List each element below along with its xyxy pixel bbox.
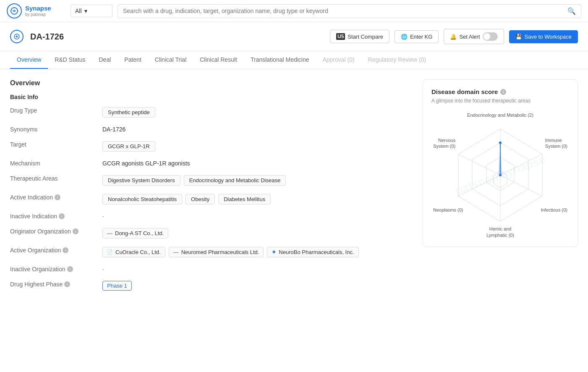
active-org-tag-2[interactable]: — Neuromed Pharmaceuticals Ltd. [169, 247, 264, 257]
overview-section-title: Overview [10, 79, 413, 87]
label-hemic: Hemic andLymphatic (0) [486, 226, 514, 238]
label-immune: ImmuneSystem (0) [545, 137, 567, 149]
originator-org-row: Originator Organization i — Dong-A ST Co… [10, 228, 413, 238]
drug-highest-phase-info-icon[interactable]: i [64, 281, 70, 287]
drug-type-tag: Synthetic peptide [102, 107, 155, 118]
radar-chart: patsnap synapse [433, 112, 567, 238]
active-indication-value: Nonalcoholic Steatohepatitis Obesity Dia… [102, 194, 413, 204]
tab-patent[interactable]: Patent [118, 51, 148, 69]
mechanism-row: Mechanism GCGR agonists GLP-1R agonists [10, 160, 413, 167]
target-label: Target [10, 141, 102, 148]
chevron-down-icon: ▾ [84, 8, 87, 14]
enter-kg-button[interactable]: 🌐 Enter KG [395, 30, 439, 43]
inactive-indication-dash: - [102, 213, 105, 220]
drug-header: DA-1726 U5 Start Compare 🌐 Enter KG 🔔 Se… [0, 22, 588, 51]
action-buttons: U5 Start Compare 🌐 Enter KG 🔔 Set Alert … [330, 29, 578, 44]
active-indication-info-icon[interactable]: i [55, 194, 60, 200]
set-alert-button[interactable]: 🔔 Set Alert [444, 29, 504, 44]
tab-approval: Approval (0) [316, 51, 361, 69]
active-org-name-3: NeuroBo Pharmaceuticals, Inc. [279, 249, 354, 255]
label-infectious: Infectious (0) [541, 207, 567, 213]
logo-brand: Synapse [25, 5, 51, 12]
drug-icon [10, 30, 24, 43]
main-content: Overview Basic Info Drug Type Synthetic … [0, 69, 588, 309]
label-endocrinology: Endocrinology and Metabolic (2) [467, 112, 533, 118]
search-input[interactable] [123, 8, 564, 14]
phase-tag: Phase 1 [102, 281, 132, 291]
mechanism-label: Mechanism [10, 160, 102, 167]
basic-info-title: Basic Info [10, 94, 413, 100]
inactive-indication-info-icon[interactable]: i [59, 213, 65, 219]
search-dropdown[interactable]: All ▾ [71, 5, 112, 17]
inactive-org-row: Inactive Organization i - [10, 266, 413, 272]
originator-org-tag[interactable]: — Dong-A ST Co., Ltd. [102, 228, 168, 238]
org-dash-icon: — [107, 230, 112, 236]
start-compare-button[interactable]: U5 Start Compare [330, 30, 389, 43]
target-value: GCGR x GLP-1R [102, 141, 413, 152]
content-left: Overview Basic Info Drug Type Synthetic … [10, 79, 413, 299]
inactive-org-value: - [102, 266, 413, 272]
score-title-info-icon[interactable]: i [500, 89, 506, 95]
target-tag: GCGR x GLP-1R [102, 141, 155, 152]
mechanism-text: GCGR agonists GLP-1R agonists [102, 160, 190, 167]
svg-marker-13 [498, 143, 502, 175]
active-org-value: 📄 CuOracle Co., Ltd. — Neuromed Pharmace… [102, 247, 413, 257]
indication-tag-1: Nonalcoholic Steatohepatitis [102, 194, 182, 204]
active-org-name-2: Neuromed Pharmaceuticals Ltd. [181, 249, 259, 255]
synonyms-row: Synonyms DA-1726 [10, 126, 413, 133]
tab-deal[interactable]: Deal [92, 51, 118, 69]
active-org-tag-3[interactable]: ✦ NeuroBo Pharmaceuticals, Inc. [267, 247, 358, 257]
drug-highest-phase-row: Drug Highest Phase i Phase 1 [10, 281, 413, 291]
active-org-tag-1[interactable]: 📄 CuOracle Co., Ltd. [102, 247, 165, 257]
tab-overview[interactable]: Overview [10, 51, 48, 69]
alert-icon: 🔔 [450, 34, 457, 40]
active-org-label: Active Organization i [10, 247, 102, 254]
page-title: DA-1726 [30, 32, 323, 42]
tab-rd-status[interactable]: R&D Status [48, 51, 92, 69]
tab-regulatory-review: Regulatory Review (0) [361, 51, 433, 69]
compare-icon: U5 [336, 33, 345, 40]
tabs: Overview R&D Status Deal Patent Clinical… [0, 51, 588, 69]
originator-org-name: Dong-A ST Co., Ltd. [115, 230, 164, 236]
dropdown-value: All [75, 8, 82, 14]
neurobo-icon: ✦ [272, 249, 276, 255]
save-workspace-button[interactable]: 💾 Save to Workspace [509, 30, 578, 43]
logo-sub: by patsnap [25, 12, 51, 17]
cuoracle-icon: 📄 [107, 249, 113, 255]
drug-type-label: Drug Type [10, 107, 102, 114]
indication-tag-3: Diabetes Mellitus [218, 194, 271, 204]
inactive-org-info-icon[interactable]: i [67, 266, 73, 272]
disease-domain-score-card: Disease domain score i A glimpse into th… [423, 79, 578, 247]
search-icon: 🔍 [567, 7, 576, 15]
mechanism-value: GCGR agonists GLP-1R agonists [102, 160, 413, 167]
indication-tag-2: Obesity [186, 194, 215, 204]
kg-icon: 🌐 [401, 34, 408, 40]
synonyms-text: DA-1726 [102, 126, 125, 133]
inactive-indication-value: - [102, 213, 413, 220]
therapeutic-areas-value: Digestive System Disorders Endocrinology… [102, 175, 413, 186]
neuromed-icon: — [173, 249, 179, 255]
header: Synapse by patsnap All ▾ 🔍 [0, 0, 588, 22]
tab-clinical-result[interactable]: Clinical Result [193, 51, 244, 69]
alert-toggle[interactable] [483, 32, 498, 41]
originator-org-info-icon[interactable]: i [73, 228, 78, 234]
drug-type-value: Synthetic peptide [102, 107, 413, 118]
synonyms-value: DA-1726 [102, 126, 413, 133]
inactive-org-label: Inactive Organization i [10, 266, 102, 272]
tab-clinical-trial[interactable]: Clinical Trial [148, 51, 193, 69]
active-org-info-icon[interactable]: i [63, 247, 68, 253]
radar-svg [433, 121, 567, 230]
therapeutic-area-tag-2: Endocrinology and Metabolic Disease [184, 175, 286, 186]
target-row: Target GCGR x GLP-1R [10, 141, 413, 152]
score-card-title: Disease domain score i [431, 88, 569, 95]
therapeutic-area-tag-1: Digestive System Disorders [102, 175, 180, 186]
active-indication-label: Active Indication i [10, 194, 102, 201]
logo: Synapse by patsnap [7, 3, 65, 18]
active-org-name-1: CuOracle Co., Ltd. [115, 249, 161, 255]
search-bar[interactable]: 🔍 [118, 4, 581, 18]
inactive-indication-label: Inactive Indication i [10, 213, 102, 220]
score-card-subtitle: A glimpse into the focused therapeutic a… [431, 98, 569, 104]
label-neoplasms: Neoplasms (0) [433, 207, 463, 213]
tab-translational-medicine[interactable]: Translational Medicine [244, 51, 316, 69]
synonyms-label: Synonyms [10, 126, 102, 133]
